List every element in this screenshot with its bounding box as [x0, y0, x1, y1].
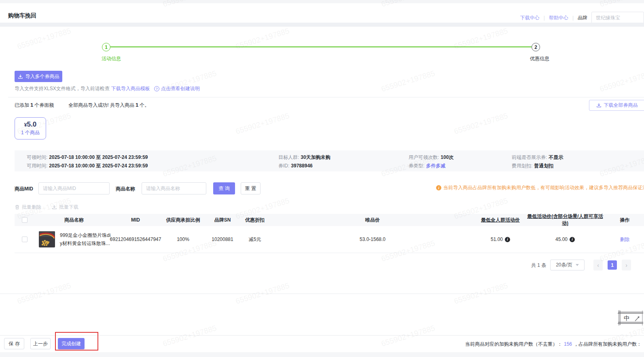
- coupon-amount: ¥5.0: [24, 121, 36, 129]
- next-page-button[interactable]: ›: [622, 260, 631, 270]
- product-mid: 6921204691526447947: [109, 237, 162, 242]
- import-count: 1: [134, 102, 140, 108]
- batch-actions-bar: 批量删除 批量下载: [15, 204, 78, 211]
- hint-text: 导入文件支持XLSX文件格式，导入前请检查: [15, 85, 110, 92]
- download-icon: [18, 74, 23, 79]
- front-display-value: 不显示: [549, 154, 563, 160]
- front-display-label: 前端是否展示券:: [512, 154, 547, 160]
- import-button-label: 导入多个券商品: [25, 73, 59, 80]
- summary-bar: 已添加1个券面额 全部商品导入成功! 共导入商品1个。: [15, 102, 149, 109]
- topbar-links: 下载中心 | 帮助中心 | 品牌: [520, 12, 644, 24]
- content-divider: [0, 294, 644, 294]
- step-1-circle: 1: [102, 43, 110, 51]
- section-divider: [8, 97, 644, 97]
- footer-divider: [0, 335, 644, 336]
- download-all-coupon-products-button[interactable]: 下载全部券商品: [589, 100, 644, 111]
- product-image: [39, 231, 55, 247]
- info-icon[interactable]: i: [570, 237, 575, 242]
- info-row: 可用时间:2025-07-18 10:00:00 至 2025-07-24 23…: [15, 163, 644, 169]
- coupon-type-label: 券类型:: [409, 163, 424, 169]
- target-group-label: 目标人群:: [278, 154, 299, 160]
- footer-stat: 当前商品对应的加购未购用户数（不去重）：156，占品牌所有加购未购用户数：: [465, 341, 642, 348]
- brand-input[interactable]: [591, 12, 644, 24]
- header-mid: MID: [109, 217, 162, 223]
- product-mid-input[interactable]: [38, 182, 110, 194]
- use-time-value: 2025-07-18 10:00:00 至 2025-07-24 23:59:5…: [49, 163, 148, 169]
- warning-text: 当前导入商品占品牌所有加购未购用户数低，有可能影响活动效果，建议多导入推荐商品保…: [443, 184, 644, 191]
- import-hint: 导入文件支持XLSX文件格式，导入前请检查 下载导入商品模板 ? 点击查看创建说…: [15, 85, 200, 92]
- min-all-group-price: 51.00 i: [491, 237, 510, 242]
- stat-prefix: 当前商品对应的加购未购用户数（不去重）：: [465, 341, 562, 347]
- page-size-value: 20条/页: [556, 262, 572, 268]
- chevron-down-icon: [576, 264, 579, 266]
- stepper-connector: [110, 46, 532, 47]
- header-min-activity-price: 最低活动价(含部分场景/人群可享活动): [525, 213, 606, 227]
- stat-value[interactable]: 156: [562, 341, 574, 347]
- product-mid-label: 商品MID: [15, 186, 33, 192]
- top-strip: [0, 0, 644, 3]
- reset-button[interactable]: 重 置: [241, 182, 261, 194]
- header-min-all-group-price: 最低全人群活动价: [476, 217, 525, 224]
- table-header: 商品名称 MID 供应商承担比例 品牌SN 优惠折扣 唯品价 最低全人群活动价 …: [15, 214, 644, 226]
- save-button[interactable]: 保 存: [4, 338, 24, 349]
- claim-limit-label: 用户可领次数:: [409, 154, 439, 160]
- previous-step-button[interactable]: 上一步: [30, 338, 51, 349]
- trash-icon: [15, 205, 20, 210]
- svg-text:中: 中: [624, 315, 630, 321]
- separator: |: [544, 15, 545, 21]
- discount-value: 减5元: [241, 236, 269, 243]
- pagination-total: 共 1 条: [531, 262, 546, 269]
- delete-row-link[interactable]: 删除: [620, 236, 630, 243]
- claim-time-value: 2025-07-18 10:00:00 至 2025-07-24 23:59:5…: [49, 154, 148, 160]
- download-template-link[interactable]: 下载导入商品模板: [111, 85, 150, 92]
- row-checkbox[interactable]: [22, 237, 28, 242]
- fee-deduction-label: 费用划扣:: [512, 163, 532, 169]
- create-help-link[interactable]: 点击查看创建说明: [161, 85, 200, 92]
- download-all-label: 下载全部券商品: [604, 102, 638, 109]
- header-actions: 操作: [606, 217, 644, 224]
- bottom-strip: [0, 352, 644, 357]
- product-cell: 999足金小金圈垫片珠diy材料黄金转运珠散珠...: [39, 231, 112, 247]
- help-center-link[interactable]: 帮助中心: [549, 15, 568, 21]
- brand-sn: 10200881: [204, 237, 241, 242]
- product-name-label: 商品名称: [116, 186, 135, 192]
- supplier-ratio: 100%: [162, 237, 204, 242]
- coverage-warning: i 当前导入商品占品牌所有加购未购用户数低，有可能影响活动效果，建议多导入推荐商…: [436, 184, 644, 191]
- fee-deduction-value: 普通划扣: [534, 163, 553, 169]
- header-product-name: 商品名称: [35, 217, 109, 224]
- stat-suffix: ，占品牌所有加购未购用户数：: [574, 341, 642, 347]
- step-2-label: 优惠信息: [530, 55, 549, 62]
- added-count: 1: [29, 102, 34, 108]
- step-2-circle: 2: [532, 43, 540, 51]
- download-center-link[interactable]: 下载中心: [520, 15, 540, 21]
- info-icon[interactable]: i: [505, 237, 510, 242]
- import-result-text: 全部商品导入成功! 共导入商品1个。: [68, 102, 149, 109]
- coupon-info-panel: 可领时间:2025-07-18 10:00:00 至 2025-07-24 23…: [15, 150, 644, 171]
- import-coupon-products-button[interactable]: 导入多个券商品: [15, 71, 62, 82]
- current-page-button[interactable]: 1: [608, 260, 617, 270]
- query-button[interactable]: 查 询: [213, 182, 235, 194]
- coupon-id-value: 39788946: [291, 163, 312, 169]
- added-count-text: 已添加1个券面额: [15, 102, 54, 109]
- coupon-denomination-card[interactable]: ¥5.0 1 个商品: [15, 117, 46, 139]
- target-group-value: 30天加购未购: [301, 154, 330, 160]
- header-brand-sn: 品牌SN: [204, 217, 241, 224]
- header-discount: 优惠折扣: [241, 217, 269, 224]
- batch-download-button[interactable]: 批量下载: [52, 204, 78, 211]
- vip-price: 53.0-1568.0: [269, 237, 476, 242]
- header-divider-band: [0, 23, 644, 27]
- prev-page-button[interactable]: ‹: [593, 260, 603, 270]
- finish-create-button[interactable]: 完成创建: [58, 338, 85, 349]
- download-icon: [596, 103, 602, 108]
- step-1-label: 活动信息: [102, 55, 121, 62]
- page-size-select[interactable]: 20条/页: [550, 260, 585, 270]
- select-all-checkbox[interactable]: [22, 217, 28, 223]
- header-vip-price: 唯品价: [269, 217, 476, 224]
- coupon-type-link[interactable]: 多件多减: [426, 163, 445, 169]
- batch-delete-button[interactable]: 批量删除: [15, 204, 41, 211]
- product-name-input[interactable]: [142, 182, 206, 194]
- table-row: 999足金小金圈垫片珠diy材料黄金转运珠散珠... 6921204691526…: [15, 226, 644, 253]
- min-activity-price: 45.00 i: [555, 237, 575, 242]
- warning-info-icon: i: [436, 185, 441, 190]
- page-title: 购物车挽回: [8, 12, 36, 19]
